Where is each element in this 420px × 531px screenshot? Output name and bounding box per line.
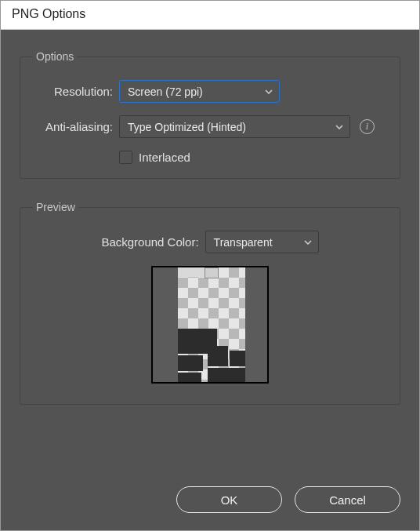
interlaced-label: Interlaced: [139, 151, 190, 164]
preview-thumbnail: [151, 266, 269, 384]
chevron-down-icon: [335, 125, 343, 129]
chevron-down-icon: [265, 89, 273, 94]
dialog-title: PNG Options: [1, 1, 419, 30]
png-options-dialog: PNG Options Options Resolution: Screen (…: [0, 0, 420, 531]
bgcolor-label: Background Color:: [101, 235, 198, 249]
antialiasing-row: Anti-aliasing: Type Optimized (Hinted) i: [34, 115, 386, 138]
preview-group: Preview Background Color: Transparent: [20, 201, 400, 405]
chevron-down-icon: [304, 240, 312, 245]
options-legend: Options: [33, 50, 77, 63]
interlaced-row: Interlaced: [34, 151, 386, 164]
dialog-body: Options Resolution: Screen (72 ppi) Anti…: [1, 30, 419, 530]
antialiasing-label: Anti-aliasing:: [34, 120, 119, 133]
bgcolor-value: Transparent: [214, 236, 273, 249]
bgcolor-dropdown[interactable]: Transparent: [205, 231, 319, 253]
options-group: Options Resolution: Screen (72 ppi) Anti…: [20, 50, 400, 179]
cancel-button[interactable]: Cancel: [295, 486, 400, 513]
info-icon[interactable]: i: [360, 119, 375, 134]
preview-legend: Preview: [33, 201, 78, 213]
resolution-row: Resolution: Screen (72 ppi): [34, 80, 386, 103]
button-row: OK Cancel: [20, 480, 400, 513]
antialiasing-dropdown[interactable]: Type Optimized (Hinted): [119, 115, 350, 138]
bgcolor-row: Background Color: Transparent: [34, 231, 386, 253]
resolution-dropdown[interactable]: Screen (72 ppi): [119, 80, 280, 103]
ok-button[interactable]: OK: [176, 486, 282, 513]
antialiasing-value: Type Optimized (Hinted): [128, 121, 246, 133]
interlaced-checkbox[interactable]: [119, 151, 132, 164]
resolution-label: Resolution:: [34, 85, 119, 98]
resolution-value: Screen (72 ppi): [128, 85, 203, 98]
